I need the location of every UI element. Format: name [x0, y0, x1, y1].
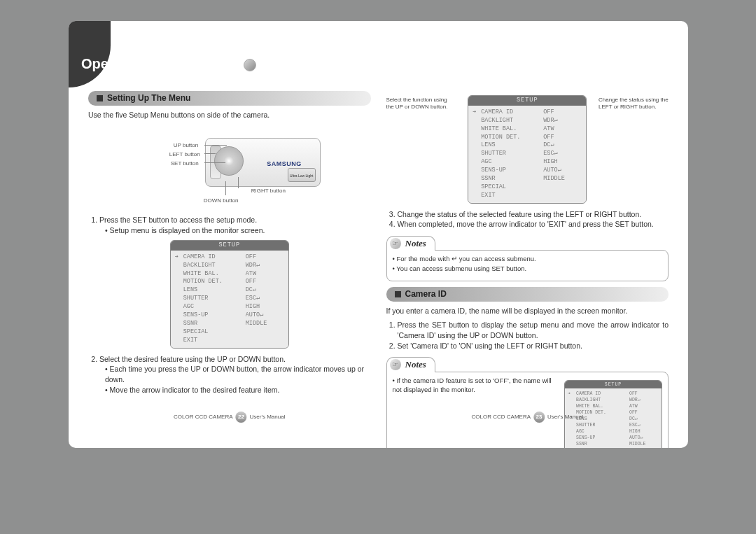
notes-label: Notes: [405, 237, 426, 250]
osd-body: ➔CAMERA IDOFFBACKLIGHTWDR↵WHITE BAL.ATWM…: [171, 251, 288, 348]
steps-left: Press the SET button to access the setup…: [88, 215, 371, 235]
footer-suffix: User's Manual: [250, 413, 286, 421]
osd-row: BACKLIGHTWDR↵: [568, 397, 659, 403]
square-bullet-icon: [97, 95, 103, 101]
osd-row: MOTION DET.OFF: [175, 278, 284, 286]
osd-header: SETUP: [171, 241, 288, 251]
annot-select-function: Select the function using the UP or DOWN…: [386, 97, 456, 110]
label-left: LEFT button: [169, 150, 200, 158]
control-pad-icon: [214, 146, 244, 176]
osd-row: SENS-UPAUTO↵: [472, 167, 582, 175]
osd-row: SSNRMIDDLE: [472, 175, 582, 183]
step-3: Change the status of the selected featur…: [398, 209, 669, 220]
notes-tab: ☞ Notes: [386, 236, 435, 251]
steps-left-2: Select the desired feature using the UP …: [88, 354, 371, 395]
camera-id-step-2: Set 'Camera ID' to 'ON' using the LEFT o…: [398, 341, 669, 351]
note-item: If the camera ID feature is set to 'OFF'…: [393, 376, 559, 395]
label-set: SET button: [171, 160, 199, 167]
osd-menu-2: SETUP ➔CAMERA IDOFFBACKLIGHTWDR↵WHITE BA…: [468, 95, 587, 204]
square-bullet-icon: [395, 291, 401, 297]
osd-row: BACKLIGHTWDR↵: [175, 262, 284, 270]
note-item: You can access submenu using SET button.: [393, 264, 663, 273]
osd-row: SENS-UPAUTO↵: [568, 435, 659, 441]
step-1-text: Press the SET button to access the setup…: [99, 216, 257, 224]
label-down: DOWN button: [204, 197, 239, 204]
osd-body: ➔CAMERA IDOFFBACKLIGHTWDR↵WHITE BAL.ATWM…: [468, 106, 586, 203]
camera-id-intro: If you enter a camera ID, the name will …: [386, 306, 669, 316]
step-2: Select the desired feature using the UP …: [99, 354, 371, 395]
osd-row: SHUTTERESC↵: [568, 422, 659, 428]
page-number-left: 22: [236, 412, 247, 423]
osd-row: LENSDC↵: [472, 141, 582, 150]
osd-header: SETUP: [468, 96, 586, 106]
camera-badge: Ultra Low Light: [288, 168, 316, 182]
section-heading-text: Camera ID: [405, 288, 447, 300]
label-right: RIGHT button: [251, 187, 286, 195]
footer-left: COLOR CCD CAMERA 22 User's Manual: [174, 412, 285, 423]
osd-row: LENSDC↵: [175, 286, 284, 295]
osd-row: AGCHIGH: [568, 428, 659, 435]
hand-icon: ☞: [390, 359, 401, 370]
globe-icon: [244, 59, 256, 71]
osd-row: ➔CAMERA IDOFF: [175, 253, 284, 262]
osd-row: SPECIAL: [472, 183, 582, 192]
osd-row: WHITE BAL.ATW: [175, 270, 284, 279]
osd-row: SSNRMIDDLE: [175, 320, 284, 328]
osd-row: SENS-UPAUTO↵: [175, 311, 284, 320]
camera-diagram: SAMSUNG Ultra Low Light UP button LEFT b…: [132, 124, 328, 208]
osd-menu-1: SETUP ➔CAMERA IDOFFBACKLIGHTWDR↵WHITE BA…: [170, 240, 289, 349]
osd-row: ➔CAMERA IDOFF: [568, 391, 659, 397]
footer-suffix: User's Manual: [547, 413, 583, 421]
notes-box-2: ☞ Notes If the camera ID feature is set …: [386, 356, 669, 448]
note-item: For the mode with ↵ you can access subme…: [393, 254, 663, 263]
left-column: Setting Up The Menu Use the five Setup M…: [88, 91, 371, 427]
notes-label: Notes: [405, 358, 426, 371]
osd-row: MOTION DET.OFF: [472, 134, 582, 142]
osd-header: SETUP: [565, 381, 662, 388]
content-columns: Setting Up The Menu Use the five Setup M…: [88, 91, 668, 427]
notes-body-2: If the camera ID feature is set to 'OFF'…: [386, 372, 669, 448]
step-2-text: Select the desired feature using the UP …: [99, 355, 286, 363]
osd-annotated-wrap: Select the function using the UP or DOWN…: [386, 91, 669, 209]
manual-spread: Operating Your Camera Setting Up The Men…: [69, 21, 688, 448]
osd-row: ➔CAMERA IDOFF: [472, 108, 582, 117]
osd-row: WHITE BAL.ATW: [568, 403, 659, 409]
footer-product: COLOR CCD CAMERA: [174, 413, 232, 421]
osd-row: SSNRMIDDLE: [568, 441, 659, 447]
osd-row: SHUTTERESC↵: [472, 150, 582, 158]
setup-intro: Use the five Setup Menu buttons on side …: [88, 110, 371, 120]
step-4: When completed, move the arrow indicator…: [398, 219, 669, 230]
page-number-right: 23: [533, 412, 545, 423]
hand-icon: ☞: [390, 238, 401, 249]
footer-right: COLOR CCD CAMERA 23 User's Manual: [472, 412, 583, 423]
camera-brand: SAMSUNG: [267, 160, 302, 169]
osd-row: BACKLIGHTWDR↵: [472, 117, 582, 125]
step-1-bullet: Setup menu is displayed on the monitor s…: [105, 225, 371, 236]
label-up: UP button: [174, 141, 198, 149]
osd-row: EXIT: [472, 192, 582, 200]
camera-id-step-1: Press the SET button to display the setu…: [398, 320, 669, 340]
osd-row: SHUTTERESC↵: [175, 295, 284, 303]
page-title: Operating Your Camera: [81, 56, 256, 72]
step-2-bullet: Each time you press the UP or DOWN butto…: [105, 364, 371, 384]
step-2-bullet: Move the arrow indicator to the desired …: [105, 385, 371, 395]
annot-change-status: Change the status using the LEFT or RIGH…: [598, 97, 668, 110]
osd-row: WHITE BAL.ATW: [472, 125, 582, 134]
steps-right: Change the status of the selected featur…: [386, 209, 669, 230]
notes-body-1: For the mode with ↵ you can access subme…: [386, 250, 669, 281]
camera-id-steps: Press the SET button to display the setu…: [386, 320, 669, 351]
footer-product: COLOR CCD CAMERA: [472, 413, 531, 421]
osd-row: AGCHIGH: [175, 303, 284, 311]
notes-tab: ☞ Notes: [386, 357, 435, 372]
step-1: Press the SET button to access the setup…: [99, 215, 371, 235]
section-camera-id: Camera ID: [386, 287, 669, 302]
page-title-text: Operating Your Camera: [81, 56, 237, 71]
right-column: Select the function using the UP or DOWN…: [386, 91, 669, 427]
section-setting-up-menu: Setting Up The Menu: [88, 91, 371, 106]
osd-row: AGCHIGH: [472, 158, 582, 167]
osd-row: EXIT: [175, 337, 284, 345]
notes-box-1: ☞ Notes For the mode with ↵ you can acce…: [386, 235, 669, 281]
section-heading-text: Setting Up The Menu: [107, 92, 190, 104]
osd-row: SPECIAL: [175, 328, 284, 337]
